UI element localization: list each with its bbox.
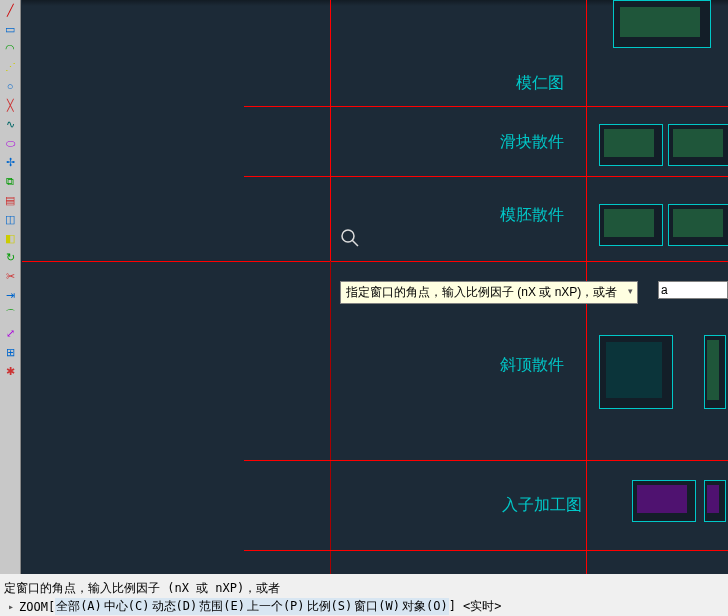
divider-vertical-upper [330, 0, 331, 261]
section-label-huakuai: 滑块散件 [500, 132, 564, 153]
zoom-cursor-icon [340, 228, 360, 248]
zoom-tooltip: 指定窗口的角点，输入比例因子 (nX 或 nXP)，或者 ▾ [340, 281, 638, 304]
section-label-xieding: 斜顶散件 [500, 355, 564, 376]
trim-tool[interactable]: ✂ [1, 267, 19, 285]
divider-section-1 [244, 106, 728, 107]
vertical-toolbar: ╱ ▭ ◠ ⋰ ○ ╳ ∿ ⬭ ✢ ⧉ ▤ ◫ ◧ ↻ ✂ ⇥ ⌒ ⤢ ⊞ ✱ [0, 0, 21, 580]
zoom-option-window[interactable]: 窗口(W) [353, 598, 401, 615]
zoom-tooltip-text: 指定窗口的角点，输入比例因子 (nX 或 nXP)，或者 [346, 284, 617, 301]
tooltip-dropdown-icon[interactable]: ▾ [628, 286, 633, 296]
drawing-thumb [704, 480, 726, 522]
drawing-thumb [668, 204, 728, 246]
command-prompt-icon: ▸ [4, 600, 18, 614]
command-prompt-line[interactable]: ▸ ZOOM [ 全部(A) 中心(C) 动态(D) 范围(E) 上一个(P) … [4, 598, 502, 615]
offset-tool[interactable]: ◫ [1, 210, 19, 228]
scale-tool[interactable]: ⤢ [1, 324, 19, 342]
section-label-ruzi: 入子加工图 [502, 495, 582, 516]
copy-tool[interactable]: ⧉ [1, 172, 19, 190]
drawing-thumb [599, 204, 663, 246]
drawing-thumb [599, 335, 673, 409]
divider-section-3 [244, 460, 728, 461]
hatch-tool[interactable]: ▤ [1, 191, 19, 209]
polyline-tool[interactable]: ∿ [1, 115, 19, 133]
divider-horizontal-main [22, 261, 728, 262]
zoom-inline-input[interactable] [658, 281, 728, 299]
zoom-option-previous[interactable]: 上一个(P) [246, 598, 306, 615]
zoom-option-dynamic[interactable]: 动态(D) [151, 598, 199, 615]
line-tool[interactable]: ╱ [1, 1, 19, 19]
bracket-open: [ [48, 600, 55, 614]
move-tool[interactable]: ✢ [1, 153, 19, 171]
zoom-option-all[interactable]: 全部(A) [55, 598, 103, 615]
bracket-close: ] <实时> [449, 598, 502, 615]
zoom-option-extents[interactable]: 范围(E) [198, 598, 246, 615]
divider-section-2 [244, 176, 728, 177]
section-label-mopi: 模胚散件 [500, 205, 564, 226]
svg-line-1 [352, 240, 358, 246]
command-name: ZOOM [19, 600, 48, 614]
divider-section-4 [244, 550, 728, 551]
yellow-tool[interactable]: ⋰ [1, 58, 19, 76]
explode-tool[interactable]: ✱ [1, 362, 19, 380]
zoom-option-object[interactable]: 对象(O) [401, 598, 449, 615]
mirror-tool[interactable]: ◧ [1, 229, 19, 247]
construction-line-tool[interactable]: ╳ [1, 96, 19, 114]
drawing-thumb [599, 124, 663, 166]
rotate-tool[interactable]: ↻ [1, 248, 19, 266]
ellipse-tool[interactable]: ⬭ [1, 134, 19, 152]
extend-tool[interactable]: ⇥ [1, 286, 19, 304]
drawing-thumb [704, 335, 726, 409]
drawing-thumb [632, 480, 696, 522]
drawing-thumb [668, 124, 728, 166]
drawing-canvas[interactable]: 模仁图 滑块散件 模胚散件 斜顶散件 入子加工图 指定窗口的角点，输入比例因子 … [22, 0, 728, 574]
circle-tool[interactable]: ○ [1, 77, 19, 95]
arc-tool[interactable]: ◠ [1, 39, 19, 57]
divider-vertical-lower [330, 261, 331, 574]
zoom-option-scale[interactable]: 比例(S) [306, 598, 354, 615]
zoom-option-center[interactable]: 中心(C) [103, 598, 151, 615]
command-history-line: 定窗口的角点，输入比例因子 (nX 或 nXP)，或者 [4, 580, 280, 597]
drawing-thumb [613, 0, 711, 48]
array-tool[interactable]: ⊞ [1, 343, 19, 361]
fillet-tool[interactable]: ⌒ [1, 305, 19, 323]
rect-tool[interactable]: ▭ [1, 20, 19, 38]
section-label-mouren: 模仁图 [516, 73, 564, 94]
command-bar: 定窗口的角点，输入比例因子 (nX 或 nXP)，或者 ▸ ZOOM [ 全部(… [0, 574, 728, 616]
